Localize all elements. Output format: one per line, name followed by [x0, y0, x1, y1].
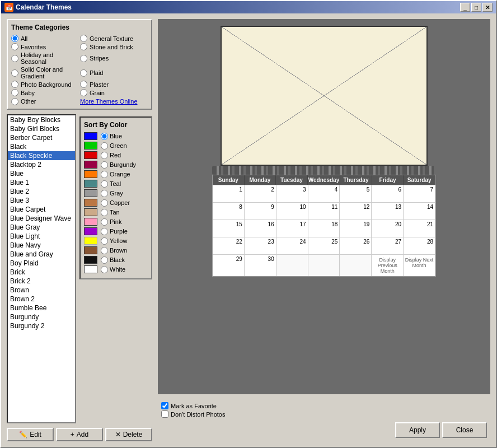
radio-burgundy[interactable]: [101, 161, 108, 169]
list-item[interactable]: Brown 2: [8, 295, 75, 304]
radio-red[interactable]: [101, 152, 108, 159]
category-favorites[interactable]: Favorites: [11, 43, 79, 50]
radio-solid-gradient[interactable]: [11, 69, 18, 77]
list-item[interactable]: Boy Plaid: [8, 259, 75, 268]
list-item[interactable]: Blue 1: [8, 178, 75, 187]
color-row-tan[interactable]: Tan: [84, 208, 148, 216]
radio-other[interactable]: [11, 98, 18, 105]
color-row-purple[interactable]: Purple: [84, 227, 148, 235]
color-row-blue[interactable]: Blue: [84, 132, 148, 140]
radio-grain[interactable]: [80, 89, 87, 96]
window-title: Calendar Themes: [16, 3, 72, 11]
category-photo-background[interactable]: Photo Background: [11, 81, 79, 88]
category-all[interactable]: All: [11, 35, 79, 42]
category-solid-gradient[interactable]: Solid Color and Gradient: [11, 66, 79, 80]
radio-tan[interactable]: [101, 209, 108, 216]
radio-pink[interactable]: [101, 218, 108, 226]
list-item[interactable]: Blue 2: [8, 187, 75, 196]
radio-yellow[interactable]: [101, 237, 108, 245]
dont-distort-checkbox[interactable]: [161, 410, 168, 418]
dont-distort-item[interactable]: Don't Distort Photos: [161, 410, 487, 418]
color-row-yellow[interactable]: Yellow: [84, 237, 148, 245]
color-row-pink[interactable]: Pink: [84, 218, 148, 226]
theme-list[interactable]: Baby Boy Blocks Baby Girl Blocks Berber …: [7, 114, 76, 423]
radio-favorites[interactable]: [11, 43, 18, 50]
radio-stripes[interactable]: [80, 55, 87, 62]
delete-button[interactable]: ✕ Delete: [105, 428, 152, 441]
calendar-grid: Sunday Monday Tuesday Wednesday Thursday…: [212, 175, 436, 277]
color-row-burgundy[interactable]: Burgundy: [84, 161, 148, 169]
radio-photo-background[interactable]: [11, 81, 18, 88]
day-27: 27: [372, 237, 404, 254]
radio-brown[interactable]: [101, 247, 108, 254]
color-row-gray[interactable]: Gray: [84, 189, 148, 197]
category-other[interactable]: Other: [11, 97, 79, 105]
radio-holiday-seasonal[interactable]: [11, 55, 18, 62]
maximize-button[interactable]: □: [471, 3, 481, 12]
list-item[interactable]: Blue and Gray: [8, 250, 75, 259]
list-item[interactable]: Black: [8, 142, 75, 151]
color-row-red[interactable]: Red: [84, 151, 148, 159]
radio-stone-brick[interactable]: [80, 43, 87, 50]
radio-plaster[interactable]: [80, 81, 87, 88]
close-button[interactable]: ✕: [482, 3, 493, 12]
list-item[interactable]: Berber Carpet: [8, 133, 75, 142]
close-dialog-button[interactable]: Close: [442, 422, 487, 438]
color-row-white[interactable]: White: [84, 265, 148, 273]
radio-general-texture[interactable]: [80, 35, 87, 42]
radio-white[interactable]: [101, 266, 108, 273]
radio-gray[interactable]: [101, 190, 108, 197]
radio-black[interactable]: [101, 256, 108, 264]
day-25: 25: [308, 237, 340, 254]
add-button[interactable]: + Add: [56, 428, 103, 441]
radio-plaid[interactable]: [80, 69, 87, 77]
radio-all[interactable]: [11, 35, 18, 42]
list-item[interactable]: Blue Navy: [8, 241, 75, 250]
category-stone-brick[interactable]: Stone and Brick: [80, 43, 148, 50]
list-item[interactable]: Bumble Bee: [8, 304, 75, 312]
list-item[interactable]: Blue Carpet: [8, 205, 75, 214]
color-row-teal[interactable]: Teal: [84, 180, 148, 188]
color-row-black[interactable]: Black: [84, 256, 148, 264]
category-general-texture[interactable]: General Texture: [80, 35, 148, 42]
category-plaster[interactable]: Plaster: [80, 81, 148, 88]
category-baby[interactable]: Baby: [11, 89, 79, 96]
edit-button[interactable]: ✏️ Edit: [7, 428, 54, 441]
theme-list-scroll[interactable]: Baby Boy Blocks Baby Girl Blocks Berber …: [8, 115, 75, 422]
radio-copper[interactable]: [101, 199, 108, 207]
radio-green[interactable]: [101, 142, 108, 150]
category-grain[interactable]: Grain: [80, 89, 148, 96]
list-item[interactable]: Baby Boy Blocks: [8, 115, 75, 124]
more-themes-link[interactable]: More Themes Online: [80, 98, 138, 105]
color-row-orange[interactable]: Orange: [84, 170, 148, 178]
list-item[interactable]: Blue Light: [8, 232, 75, 241]
list-item[interactable]: Blue Gray: [8, 223, 75, 232]
category-stripes[interactable]: Stripes: [80, 52, 148, 65]
radio-orange[interactable]: [101, 171, 108, 178]
radio-teal[interactable]: [101, 180, 108, 188]
radio-blue[interactable]: [101, 133, 108, 140]
list-item[interactable]: Burgundy: [8, 312, 75, 321]
mark-favorite-item[interactable]: Mark as Favorite: [161, 402, 487, 409]
color-row-brown[interactable]: Brown: [84, 246, 148, 254]
color-row-copper[interactable]: Copper: [84, 199, 148, 207]
header-sunday: Sunday: [213, 175, 245, 185]
list-item[interactable]: Brick: [8, 268, 75, 277]
list-item[interactable]: Blacktop 2: [8, 160, 75, 169]
apply-button[interactable]: Apply: [395, 422, 440, 438]
list-item[interactable]: Burgundy 2: [8, 321, 75, 330]
list-item[interactable]: Baby Girl Blocks: [8, 124, 75, 133]
list-item-black-speckle[interactable]: Black Speckle: [8, 151, 75, 160]
mark-favorite-checkbox[interactable]: [161, 402, 168, 409]
list-item[interactable]: Brown: [8, 286, 75, 295]
category-plaid[interactable]: Plaid: [80, 66, 148, 80]
radio-purple[interactable]: [101, 228, 108, 235]
category-holiday-seasonal[interactable]: Holiday and Seasonal: [11, 52, 79, 65]
list-item[interactable]: Brick 2: [8, 277, 75, 286]
list-item[interactable]: Blue Designer Wave: [8, 214, 75, 223]
list-item[interactable]: Blue 3: [8, 196, 75, 205]
minimize-button[interactable]: _: [460, 3, 470, 12]
list-item[interactable]: Blue: [8, 169, 75, 178]
color-row-green[interactable]: Green: [84, 142, 148, 150]
radio-baby[interactable]: [11, 89, 18, 96]
